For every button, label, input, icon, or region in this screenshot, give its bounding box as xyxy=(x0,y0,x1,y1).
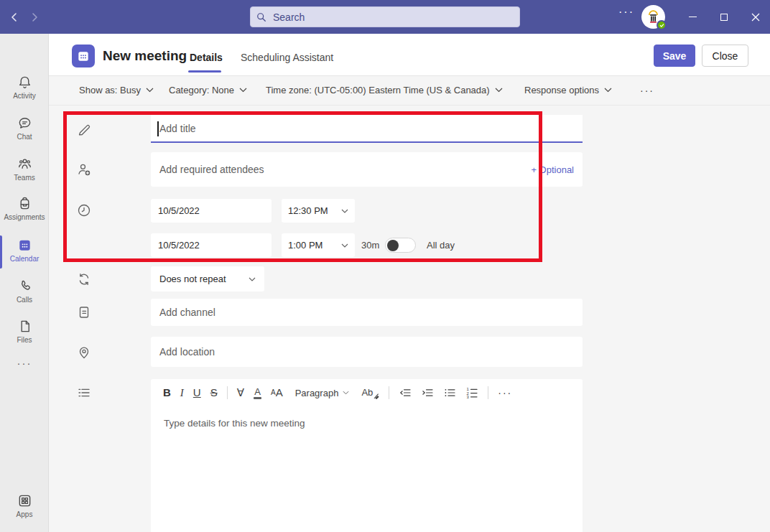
add-attendee-icon xyxy=(75,161,93,178)
underline-button[interactable]: U xyxy=(193,386,201,399)
clear-formatting-button[interactable]: Ab xyxy=(361,386,379,399)
start-date-input[interactable]: 10/5/2022 xyxy=(151,199,272,223)
paragraph-label: Paragraph xyxy=(295,388,339,398)
sidebar-item-calendar[interactable]: Calendar xyxy=(0,237,49,263)
chevron-down-icon xyxy=(341,243,348,248)
meeting-options-bar: Show as: Busy Category: None Time zone: … xyxy=(49,76,770,106)
indent-icon xyxy=(421,386,434,399)
back-button[interactable] xyxy=(6,9,23,26)
end-date-value: 10/5/2022 xyxy=(158,240,200,251)
clock-icon xyxy=(75,202,93,219)
sidebar-item-label: Files xyxy=(0,336,49,344)
tab-details[interactable]: Details xyxy=(190,52,223,63)
bold-button[interactable]: B xyxy=(163,386,171,399)
tab-scheduling-assistant[interactable]: Scheduling Assistant xyxy=(241,52,333,63)
font-color-glyph: A xyxy=(254,387,261,396)
meeting-details-editor[interactable]: B I U S ∀ A AA Paragraph Ab xyxy=(151,379,583,532)
close-button[interactable]: Close xyxy=(702,45,748,67)
toolbar-divider xyxy=(227,386,228,399)
toolbar-more-button[interactable]: ··· xyxy=(498,386,512,399)
all-day-label: All day xyxy=(427,240,455,251)
recurrence-value: Does not repeat xyxy=(159,274,226,284)
maximize-button[interactable] xyxy=(713,7,735,27)
location-input[interactable]: Add location xyxy=(151,337,583,367)
add-optional-attendees-link[interactable]: + Optional xyxy=(531,164,574,175)
app-sidebar: Activity Chat Teams Assignments Calenda xyxy=(0,34,49,532)
search-box[interactable] xyxy=(250,6,520,27)
start-time-dropdown[interactable]: 12:30 PM xyxy=(282,199,355,223)
search-input[interactable] xyxy=(272,11,514,24)
avatar[interactable] xyxy=(641,5,665,29)
attendees-placeholder: Add required attendees xyxy=(159,164,264,175)
title-input[interactable] xyxy=(158,122,583,135)
editor-placeholder: Type details for this new meeting xyxy=(164,418,305,429)
meeting-header: New meeting Details Scheduling Assistant… xyxy=(49,34,770,76)
files-document-icon xyxy=(0,318,49,335)
chevron-down-icon xyxy=(341,209,348,213)
attendees-input[interactable]: Add required attendees + Optional xyxy=(151,152,583,187)
font-color-bar-icon xyxy=(254,397,261,399)
search-icon xyxy=(256,12,266,22)
toolbar-divider xyxy=(389,386,389,399)
active-tab-indicator xyxy=(188,70,221,73)
sidebar-item-label: Calls xyxy=(0,296,49,304)
show-as-dropdown[interactable]: Show as: Busy xyxy=(79,85,154,95)
apps-grid-icon xyxy=(0,493,49,509)
close-window-button[interactable] xyxy=(745,7,766,27)
title-pencil-icon xyxy=(75,121,93,138)
category-dropdown[interactable]: Category: None xyxy=(169,85,247,95)
paragraph-style-dropdown[interactable]: Paragraph xyxy=(295,388,350,398)
sidebar-item-calls[interactable]: Calls xyxy=(0,278,49,304)
title-input-container xyxy=(151,115,583,143)
close-icon xyxy=(751,13,760,22)
sidebar-item-assignments[interactable]: Assignments xyxy=(0,195,49,221)
italic-button[interactable]: I xyxy=(180,386,184,399)
location-placeholder: Add location xyxy=(159,346,215,358)
font-size-button[interactable]: AA xyxy=(271,386,283,399)
sidebar-item-chat[interactable]: Chat xyxy=(0,115,49,141)
strikethrough-button[interactable]: S xyxy=(210,386,218,399)
response-options-dropdown[interactable]: Response options xyxy=(524,85,612,95)
new-meeting-calendar-icon xyxy=(72,45,95,67)
channel-placeholder: Add channel xyxy=(159,307,215,318)
repeat-icon xyxy=(75,271,93,288)
start-date-value: 10/5/2022 xyxy=(158,205,200,216)
maximize-icon xyxy=(720,14,728,21)
text-caret xyxy=(157,121,159,136)
sidebar-more-button[interactable]: ··· xyxy=(0,357,49,369)
titlebar-more-button[interactable]: ··· xyxy=(616,6,636,19)
numbered-list-button[interactable]: 123 xyxy=(465,386,478,399)
font-color-button[interactable]: A xyxy=(254,387,261,399)
svg-text:3: 3 xyxy=(467,395,470,399)
bullet-list-button[interactable] xyxy=(443,386,456,399)
sidebar-item-teams[interactable]: Teams xyxy=(0,156,49,182)
save-button[interactable]: Save xyxy=(654,45,695,67)
channel-input[interactable]: Add channel xyxy=(151,299,583,326)
timezone-label: Time zone: (UTC-05:00) Eastern Time (US … xyxy=(266,85,490,95)
options-more-button[interactable]: ··· xyxy=(640,85,654,96)
minimize-button[interactable] xyxy=(682,7,703,27)
timezone-dropdown[interactable]: Time zone: (UTC-05:00) Eastern Time (US … xyxy=(266,85,503,95)
sidebar-item-apps[interactable]: Apps xyxy=(0,493,49,518)
decrease-indent-button[interactable] xyxy=(399,386,412,399)
eraser-icon xyxy=(374,393,379,399)
end-date-input[interactable]: 10/5/2022 xyxy=(151,233,272,257)
forward-button[interactable] xyxy=(26,9,43,26)
category-label: Category: None xyxy=(169,85,234,95)
numbered-list-icon: 123 xyxy=(465,386,478,399)
clear-formatting-glyph: Ab xyxy=(361,386,373,399)
recurrence-dropdown[interactable]: Does not repeat xyxy=(151,266,264,291)
increase-indent-button[interactable] xyxy=(421,386,434,399)
all-day-toggle[interactable] xyxy=(385,238,416,253)
activity-bell-icon xyxy=(0,74,49,90)
calendar-icon xyxy=(0,237,49,253)
sidebar-item-activity[interactable]: Activity xyxy=(0,74,49,100)
response-options-label: Response options xyxy=(524,85,599,95)
end-time-dropdown[interactable]: 1:00 PM xyxy=(282,233,355,257)
sidebar-item-files[interactable]: Files xyxy=(0,318,49,344)
end-time-value: 1:00 PM xyxy=(288,240,323,251)
highlight-button[interactable]: ∀ xyxy=(237,386,244,399)
sidebar-item-label: Teams xyxy=(0,174,49,182)
status-available-icon xyxy=(657,20,667,30)
page-title: New meeting xyxy=(103,48,187,64)
